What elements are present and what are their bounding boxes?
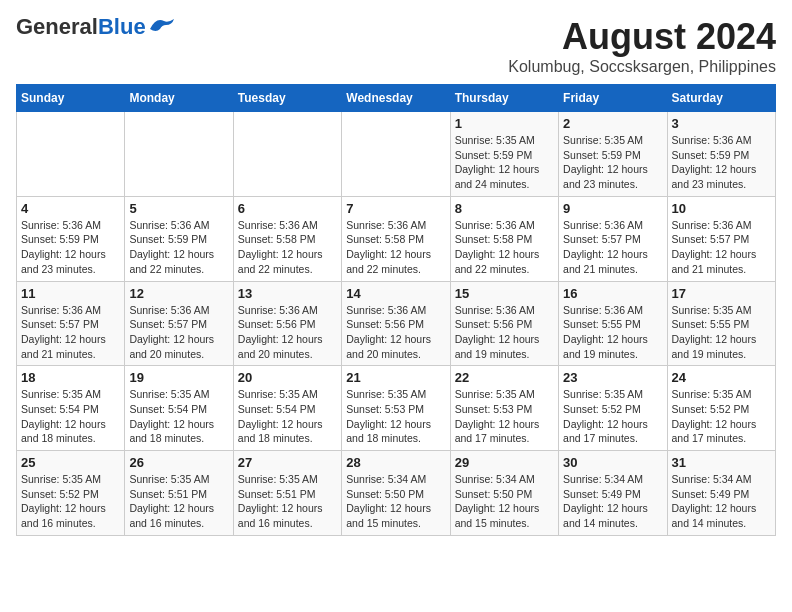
cell-day-number: 13: [238, 286, 337, 301]
cell-info: Sunrise: 5:34 AM Sunset: 5:49 PM Dayligh…: [672, 472, 771, 531]
cell-day-number: 19: [129, 370, 228, 385]
cell-day-number: 23: [563, 370, 662, 385]
cell-info: Sunrise: 5:35 AM Sunset: 5:51 PM Dayligh…: [129, 472, 228, 531]
cell-info: Sunrise: 5:35 AM Sunset: 5:59 PM Dayligh…: [455, 133, 554, 192]
cell-day-number: 7: [346, 201, 445, 216]
calendar-cell: 2Sunrise: 5:35 AM Sunset: 5:59 PM Daylig…: [559, 112, 667, 197]
cell-info: Sunrise: 5:35 AM Sunset: 5:54 PM Dayligh…: [21, 387, 120, 446]
cell-day-number: 3: [672, 116, 771, 131]
calendar-cell: 30Sunrise: 5:34 AM Sunset: 5:49 PM Dayli…: [559, 451, 667, 536]
week-row-4: 18Sunrise: 5:35 AM Sunset: 5:54 PM Dayli…: [17, 366, 776, 451]
cell-day-number: 27: [238, 455, 337, 470]
day-header-tuesday: Tuesday: [233, 85, 341, 112]
cell-day-number: 20: [238, 370, 337, 385]
cell-day-number: 31: [672, 455, 771, 470]
calendar-cell: 8Sunrise: 5:36 AM Sunset: 5:58 PM Daylig…: [450, 196, 558, 281]
cell-day-number: 28: [346, 455, 445, 470]
cell-info: Sunrise: 5:36 AM Sunset: 5:57 PM Dayligh…: [21, 303, 120, 362]
cell-day-number: 8: [455, 201, 554, 216]
cell-info: Sunrise: 5:35 AM Sunset: 5:53 PM Dayligh…: [455, 387, 554, 446]
calendar-cell: 3Sunrise: 5:36 AM Sunset: 5:59 PM Daylig…: [667, 112, 775, 197]
day-header-monday: Monday: [125, 85, 233, 112]
calendar-cell: 23Sunrise: 5:35 AM Sunset: 5:52 PM Dayli…: [559, 366, 667, 451]
cell-day-number: 21: [346, 370, 445, 385]
cell-info: Sunrise: 5:36 AM Sunset: 5:57 PM Dayligh…: [563, 218, 662, 277]
cell-info: Sunrise: 5:35 AM Sunset: 5:54 PM Dayligh…: [129, 387, 228, 446]
calendar-cell: 5Sunrise: 5:36 AM Sunset: 5:59 PM Daylig…: [125, 196, 233, 281]
logo-text: GeneralBlue: [16, 16, 146, 38]
cell-day-number: 14: [346, 286, 445, 301]
cell-info: Sunrise: 5:36 AM Sunset: 5:59 PM Dayligh…: [672, 133, 771, 192]
cell-info: Sunrise: 5:35 AM Sunset: 5:52 PM Dayligh…: [563, 387, 662, 446]
calendar-cell: 16Sunrise: 5:36 AM Sunset: 5:55 PM Dayli…: [559, 281, 667, 366]
calendar-cell: 14Sunrise: 5:36 AM Sunset: 5:56 PM Dayli…: [342, 281, 450, 366]
cell-day-number: 12: [129, 286, 228, 301]
cell-info: Sunrise: 5:36 AM Sunset: 5:59 PM Dayligh…: [21, 218, 120, 277]
calendar-cell: 18Sunrise: 5:35 AM Sunset: 5:54 PM Dayli…: [17, 366, 125, 451]
calendar-cell: 24Sunrise: 5:35 AM Sunset: 5:52 PM Dayli…: [667, 366, 775, 451]
cell-info: Sunrise: 5:36 AM Sunset: 5:57 PM Dayligh…: [672, 218, 771, 277]
title-area: August 2024 Kolumbug, Soccsksargen, Phil…: [508, 16, 776, 76]
logo-bird-icon: [148, 15, 176, 35]
week-row-2: 4Sunrise: 5:36 AM Sunset: 5:59 PM Daylig…: [17, 196, 776, 281]
cell-info: Sunrise: 5:36 AM Sunset: 5:59 PM Dayligh…: [129, 218, 228, 277]
cell-day-number: 22: [455, 370, 554, 385]
cell-day-number: 30: [563, 455, 662, 470]
calendar-cell: 15Sunrise: 5:36 AM Sunset: 5:56 PM Dayli…: [450, 281, 558, 366]
logo-blue: Blue: [98, 14, 146, 39]
cell-info: Sunrise: 5:35 AM Sunset: 5:53 PM Dayligh…: [346, 387, 445, 446]
cell-info: Sunrise: 5:36 AM Sunset: 5:57 PM Dayligh…: [129, 303, 228, 362]
cell-day-number: 11: [21, 286, 120, 301]
cell-day-number: 29: [455, 455, 554, 470]
calendar-cell: 10Sunrise: 5:36 AM Sunset: 5:57 PM Dayli…: [667, 196, 775, 281]
day-header-friday: Friday: [559, 85, 667, 112]
cell-day-number: 5: [129, 201, 228, 216]
calendar-cell: 27Sunrise: 5:35 AM Sunset: 5:51 PM Dayli…: [233, 451, 341, 536]
calendar-cell: 9Sunrise: 5:36 AM Sunset: 5:57 PM Daylig…: [559, 196, 667, 281]
logo-general: General: [16, 14, 98, 39]
cell-day-number: 25: [21, 455, 120, 470]
cell-info: Sunrise: 5:35 AM Sunset: 5:52 PM Dayligh…: [21, 472, 120, 531]
calendar-cell: 31Sunrise: 5:34 AM Sunset: 5:49 PM Dayli…: [667, 451, 775, 536]
cell-info: Sunrise: 5:35 AM Sunset: 5:59 PM Dayligh…: [563, 133, 662, 192]
cell-info: Sunrise: 5:35 AM Sunset: 5:51 PM Dayligh…: [238, 472, 337, 531]
cell-info: Sunrise: 5:35 AM Sunset: 5:54 PM Dayligh…: [238, 387, 337, 446]
cell-day-number: 6: [238, 201, 337, 216]
page-subtitle: Kolumbug, Soccsksargen, Philippines: [508, 58, 776, 76]
calendar-cell: 1Sunrise: 5:35 AM Sunset: 5:59 PM Daylig…: [450, 112, 558, 197]
day-header-sunday: Sunday: [17, 85, 125, 112]
calendar-cell: 12Sunrise: 5:36 AM Sunset: 5:57 PM Dayli…: [125, 281, 233, 366]
week-row-5: 25Sunrise: 5:35 AM Sunset: 5:52 PM Dayli…: [17, 451, 776, 536]
cell-info: Sunrise: 5:35 AM Sunset: 5:55 PM Dayligh…: [672, 303, 771, 362]
cell-day-number: 17: [672, 286, 771, 301]
calendar-header: SundayMondayTuesdayWednesdayThursdayFrid…: [17, 85, 776, 112]
logo: GeneralBlue: [16, 16, 176, 38]
cell-day-number: 10: [672, 201, 771, 216]
header: GeneralBlue August 2024 Kolumbug, Soccsk…: [16, 16, 776, 76]
calendar-cell: 26Sunrise: 5:35 AM Sunset: 5:51 PM Dayli…: [125, 451, 233, 536]
page-title: August 2024: [508, 16, 776, 58]
calendar-cell: 20Sunrise: 5:35 AM Sunset: 5:54 PM Dayli…: [233, 366, 341, 451]
cell-info: Sunrise: 5:36 AM Sunset: 5:58 PM Dayligh…: [346, 218, 445, 277]
cell-info: Sunrise: 5:36 AM Sunset: 5:58 PM Dayligh…: [455, 218, 554, 277]
calendar-cell: 7Sunrise: 5:36 AM Sunset: 5:58 PM Daylig…: [342, 196, 450, 281]
day-header-saturday: Saturday: [667, 85, 775, 112]
calendar-cell: [125, 112, 233, 197]
week-row-3: 11Sunrise: 5:36 AM Sunset: 5:57 PM Dayli…: [17, 281, 776, 366]
calendar-body: 1Sunrise: 5:35 AM Sunset: 5:59 PM Daylig…: [17, 112, 776, 536]
cell-info: Sunrise: 5:36 AM Sunset: 5:58 PM Dayligh…: [238, 218, 337, 277]
calendar-cell: 4Sunrise: 5:36 AM Sunset: 5:59 PM Daylig…: [17, 196, 125, 281]
calendar-cell: 28Sunrise: 5:34 AM Sunset: 5:50 PM Dayli…: [342, 451, 450, 536]
calendar-cell: 13Sunrise: 5:36 AM Sunset: 5:56 PM Dayli…: [233, 281, 341, 366]
cell-info: Sunrise: 5:36 AM Sunset: 5:56 PM Dayligh…: [455, 303, 554, 362]
cell-day-number: 2: [563, 116, 662, 131]
day-header-wednesday: Wednesday: [342, 85, 450, 112]
cell-day-number: 18: [21, 370, 120, 385]
calendar-cell: [17, 112, 125, 197]
calendar-cell: 19Sunrise: 5:35 AM Sunset: 5:54 PM Dayli…: [125, 366, 233, 451]
cell-info: Sunrise: 5:34 AM Sunset: 5:50 PM Dayligh…: [455, 472, 554, 531]
calendar-cell: 11Sunrise: 5:36 AM Sunset: 5:57 PM Dayli…: [17, 281, 125, 366]
cell-day-number: 4: [21, 201, 120, 216]
calendar-cell: 25Sunrise: 5:35 AM Sunset: 5:52 PM Dayli…: [17, 451, 125, 536]
cell-info: Sunrise: 5:36 AM Sunset: 5:56 PM Dayligh…: [346, 303, 445, 362]
